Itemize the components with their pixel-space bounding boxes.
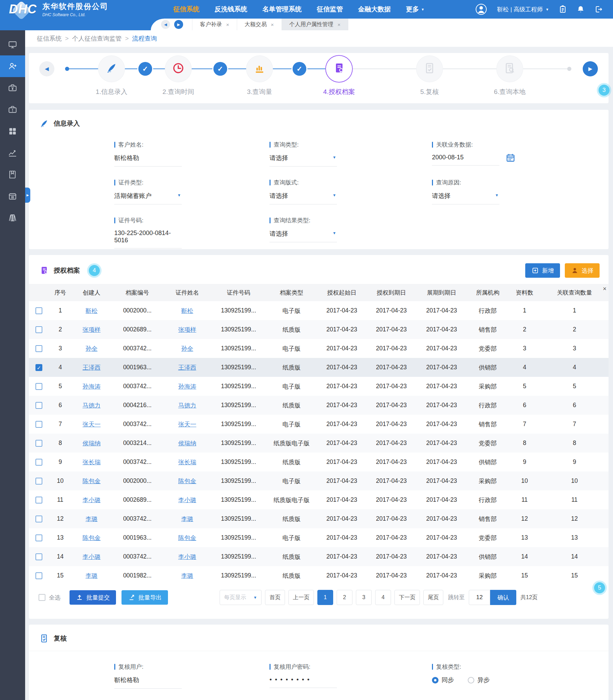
page-button-3[interactable]: 3 [356, 590, 372, 605]
add-button[interactable]: 新增 [525, 263, 560, 278]
cert-name-link[interactable]: 张项样 [178, 326, 197, 333]
form-field-value-7[interactable]: 130-225-2000-0814-5016 [114, 230, 182, 248]
batch-export-button[interactable]: 批量导出 [121, 590, 168, 605]
tab-1[interactable]: 客户补录× [192, 19, 237, 30]
creator-link[interactable]: 侯瑞纳 [83, 440, 101, 447]
creator-link[interactable]: 李璐 [86, 516, 98, 522]
form-field-value-1[interactable]: 靳松格勒 [114, 154, 182, 167]
tabs-scroll-right-button[interactable]: ▶ [174, 20, 183, 29]
form-field-value-8[interactable]: 请选择▼ [269, 230, 337, 242]
cert-name-link[interactable]: 孙全 [181, 345, 193, 352]
company-logo[interactable]: DHC 东华软件股份公司 DHC Software Co., Ltd. [9, 1, 123, 17]
cert-name-link[interactable]: 靳松 [181, 307, 193, 314]
next-page-button[interactable]: 下一页 [394, 590, 420, 605]
cert-name-link[interactable]: 张天一 [178, 421, 197, 428]
step-circle-6[interactable] [497, 56, 523, 82]
step-circle-3[interactable] [246, 56, 273, 82]
breadcrumb-item-3[interactable]: 流程查询 [132, 34, 157, 43]
form-field-value-3[interactable]: 2000-08-15 [432, 154, 499, 166]
row-checkbox[interactable] [35, 572, 42, 579]
breadcrumb-item-2[interactable]: 个人征信查询监管 [72, 34, 122, 43]
nav-item-1[interactable]: 征信系统 [173, 5, 199, 14]
radio-sync[interactable]: 同步 [432, 676, 454, 684]
batch-submit-button[interactable]: 批量提交 [70, 590, 116, 605]
tabs-scroll-left-button[interactable]: ◀ [161, 20, 170, 29]
stepper-prev-button[interactable]: ◀ [39, 61, 54, 76]
last-page-button[interactable]: 尾页 [423, 590, 443, 605]
row-checkbox[interactable] [35, 421, 42, 428]
tab-3[interactable]: 个人用户属性管理× [282, 19, 349, 30]
sidebar-item-2[interactable] [0, 55, 25, 77]
nav-item-2[interactable]: 反洗钱系统 [214, 5, 247, 14]
breadcrumb-item-1[interactable]: 征信系统 [37, 34, 62, 43]
select-all-checkbox[interactable] [39, 594, 45, 601]
sidebar-item-3[interactable] [0, 77, 25, 99]
creator-link[interactable]: 陈包金 [83, 478, 101, 485]
cert-name-link[interactable]: 李璐 [181, 572, 193, 579]
sidebar-item-8[interactable] [0, 185, 25, 207]
chevron-down-icon[interactable]: ▼ [495, 193, 499, 197]
review-user-field[interactable]: 靳松格勒 [114, 676, 182, 689]
row-checkbox[interactable] [35, 534, 42, 541]
close-icon[interactable]: × [226, 22, 229, 28]
step-circle-2[interactable] [165, 56, 191, 82]
sidebar-item-4[interactable] [0, 99, 25, 120]
nav-item-6[interactable]: 更多▼ [406, 5, 424, 14]
sidebar-item-9[interactable] [0, 207, 25, 229]
form-field-value-2[interactable]: 请选择▼ [269, 154, 337, 167]
creator-link[interactable]: 李小璐 [83, 553, 101, 560]
cert-name-link[interactable]: 侯瑞纳 [178, 440, 197, 447]
cert-name-link[interactable]: 王泽西 [178, 364, 197, 371]
cert-name-link[interactable]: 孙海涛 [178, 383, 197, 390]
page-size-select[interactable]: 每页显示▼ [220, 590, 262, 605]
prev-page-button[interactable]: 上一页 [288, 590, 314, 605]
review-password-field[interactable]: •••••••• [269, 676, 337, 688]
creator-link[interactable]: 张天一 [83, 421, 101, 428]
chevron-down-icon[interactable]: ▼ [332, 231, 336, 235]
creator-link[interactable]: 孙全 [86, 345, 98, 352]
row-checkbox[interactable] [35, 440, 42, 447]
page-button-2[interactable]: 2 [337, 590, 352, 605]
first-page-button[interactable]: 首页 [265, 590, 285, 605]
cert-name-link[interactable]: 李小璐 [178, 553, 197, 560]
chevron-down-icon[interactable]: ▼ [332, 155, 336, 159]
chevron-down-icon[interactable]: ▼ [177, 193, 181, 197]
bell-icon[interactable] [577, 5, 585, 13]
creator-link[interactable]: 靳松 [86, 307, 98, 314]
sidebar-item-5[interactable] [0, 120, 25, 142]
confirm-button[interactable]: 确认 [490, 590, 516, 605]
page-button-4[interactable]: 4 [375, 590, 391, 605]
page-button-1[interactable]: 1 [317, 590, 333, 605]
sidebar-item-1[interactable] [0, 34, 25, 55]
creator-link[interactable]: 陈包金 [83, 534, 101, 541]
creator-link[interactable]: 李璐 [86, 572, 98, 579]
nav-item-4[interactable]: 征信监管 [317, 5, 343, 14]
creator-link[interactable]: 王泽西 [83, 364, 101, 371]
row-checkbox[interactable] [35, 383, 42, 390]
cert-name-link[interactable]: 马德力 [178, 402, 197, 409]
row-checkbox[interactable] [35, 497, 42, 503]
calendar-icon[interactable] [506, 153, 515, 162]
creator-link[interactable]: 张长瑞 [83, 459, 101, 466]
tab-2[interactable]: 大额交易× [237, 19, 282, 30]
cert-name-link[interactable]: 陈包金 [178, 534, 197, 541]
jump-page-input[interactable] [469, 590, 490, 605]
row-checkbox[interactable]: ✓ [35, 364, 42, 371]
sidebar-expander[interactable]: ▶ [25, 188, 30, 203]
close-icon[interactable]: × [603, 285, 606, 293]
cert-name-link[interactable]: 李璐 [181, 516, 193, 522]
step-circle-5[interactable] [416, 56, 443, 82]
logout-icon[interactable] [594, 5, 603, 13]
chevron-down-icon[interactable]: ▼ [332, 193, 336, 197]
row-checkbox[interactable] [35, 307, 42, 314]
row-checkbox[interactable] [35, 478, 42, 485]
row-checkbox[interactable] [35, 516, 42, 522]
stepper-next-button[interactable]: ▶ [583, 61, 598, 76]
sidebar-item-7[interactable] [0, 164, 25, 185]
cert-name-link[interactable]: 李小璐 [178, 497, 197, 503]
cert-name-link[interactable]: 张长瑞 [178, 459, 197, 466]
pick-button[interactable]: 选择 [565, 263, 600, 278]
sidebar-item-6[interactable] [0, 142, 25, 164]
row-checkbox[interactable] [35, 553, 42, 560]
creator-link[interactable]: 马德力 [83, 402, 101, 409]
